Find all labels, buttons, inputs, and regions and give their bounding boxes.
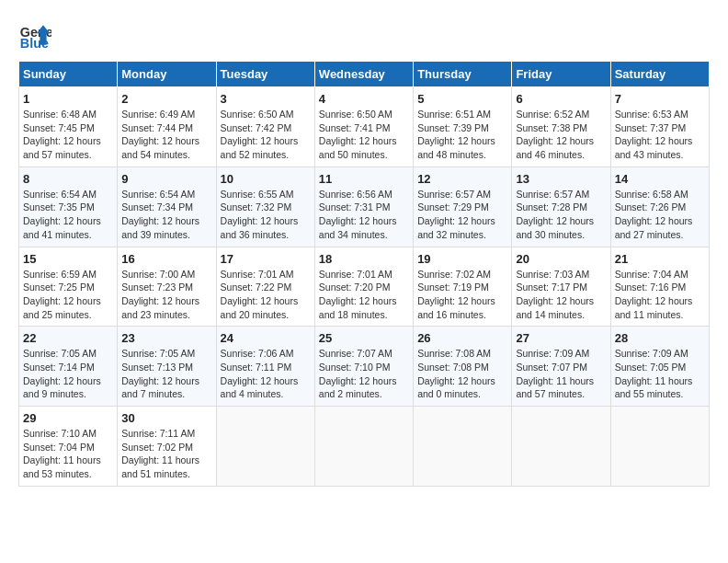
sunset: Sunset: 7:39 PM [417,121,507,135]
sunrise: Sunrise: 6:59 AM [23,268,113,282]
day-number: 21 [615,252,705,266]
sunset: Sunset: 7:34 PM [121,201,211,214]
sunrise: Sunrise: 7:01 AM [221,268,311,282]
weekday-header-sunday: Sunday [19,62,118,87]
day-number: 24 [221,331,311,345]
day-number: 19 [417,252,507,266]
calendar-cell: 5 Sunrise: 6:51 AM Sunset: 7:39 PM Dayli… [414,87,512,167]
daylight: Daylight: 12 hours and 34 minutes. [319,214,409,241]
calendar-cell: 18 Sunrise: 7:01 AM Sunset: 7:20 PM Dayl… [314,247,413,327]
sunrise: Sunrise: 6:50 AM [221,108,311,121]
calendar-cell: 2 Sunrise: 6:49 AM Sunset: 7:44 PM Dayli… [118,87,216,167]
sunrise: Sunrise: 7:05 AM [121,347,211,361]
daylight: Daylight: 12 hours and 30 minutes. [516,214,606,241]
calendar-cell [216,407,314,487]
daylight: Daylight: 12 hours and 7 minutes. [121,374,211,401]
sunrise: Sunrise: 7:09 AM [615,347,705,361]
day-info: Sunrise: 6:50 AM Sunset: 7:41 PM Dayligh… [319,108,409,162]
calendar-cell: 15 Sunrise: 6:59 AM Sunset: 7:25 PM Dayl… [19,247,118,327]
day-info: Sunrise: 7:05 AM Sunset: 7:14 PM Dayligh… [23,347,113,401]
day-info: Sunrise: 7:09 AM Sunset: 7:05 PM Dayligh… [615,347,705,401]
sunrise: Sunrise: 6:49 AM [121,108,211,121]
week-row-4: 22 Sunrise: 7:05 AM Sunset: 7:14 PM Dayl… [19,327,710,407]
calendar-cell: 21 Sunrise: 7:04 AM Sunset: 7:16 PM Dayl… [610,247,709,327]
weekday-header-saturday: Saturday [610,62,709,87]
calendar-cell: 11 Sunrise: 6:56 AM Sunset: 7:31 PM Dayl… [314,167,413,247]
calendar-cell: 13 Sunrise: 6:57 AM Sunset: 7:28 PM Dayl… [512,167,610,247]
sunrise: Sunrise: 6:48 AM [23,108,113,121]
calendar-cell: 17 Sunrise: 7:01 AM Sunset: 7:22 PM Dayl… [216,247,314,327]
day-info: Sunrise: 6:58 AM Sunset: 7:26 PM Dayligh… [615,188,705,242]
day-info: Sunrise: 6:57 AM Sunset: 7:28 PM Dayligh… [516,188,606,242]
sunset: Sunset: 7:19 PM [417,281,507,294]
daylight: Daylight: 11 hours and 55 minutes. [615,374,705,401]
daylight: Daylight: 12 hours and 52 minutes. [221,134,311,161]
logo: General Blue [18,18,57,52]
header: General Blue [18,18,710,52]
calendar-cell: 19 Sunrise: 7:02 AM Sunset: 7:19 PM Dayl… [414,247,512,327]
sunset: Sunset: 7:26 PM [615,201,705,214]
day-number: 16 [121,252,211,266]
sunrise: Sunrise: 7:02 AM [417,268,507,282]
calendar-cell: 4 Sunrise: 6:50 AM Sunset: 7:41 PM Dayli… [314,87,413,167]
calendar-cell: 29 Sunrise: 7:10 AM Sunset: 7:04 PM Dayl… [19,407,118,487]
day-number: 8 [23,172,113,186]
day-number: 4 [319,92,409,106]
sunrise: Sunrise: 6:57 AM [516,188,606,201]
daylight: Daylight: 12 hours and 46 minutes. [516,134,606,161]
sunrise: Sunrise: 6:51 AM [417,108,507,121]
day-info: Sunrise: 6:55 AM Sunset: 7:32 PM Dayligh… [221,188,311,242]
calendar-cell: 10 Sunrise: 6:55 AM Sunset: 7:32 PM Dayl… [216,167,314,247]
calendar-cell [314,407,413,487]
weekday-header-row: SundayMondayTuesdayWednesdayThursdayFrid… [19,62,710,87]
calendar-cell: 16 Sunrise: 7:00 AM Sunset: 7:23 PM Dayl… [118,247,216,327]
day-info: Sunrise: 7:01 AM Sunset: 7:22 PM Dayligh… [221,268,311,322]
daylight: Daylight: 12 hours and 2 minutes. [319,374,409,401]
day-number: 10 [221,172,311,186]
daylight: Daylight: 12 hours and 39 minutes. [121,214,211,241]
day-info: Sunrise: 6:54 AM Sunset: 7:34 PM Dayligh… [121,188,211,242]
calendar-cell: 14 Sunrise: 6:58 AM Sunset: 7:26 PM Dayl… [610,167,709,247]
day-info: Sunrise: 6:53 AM Sunset: 7:37 PM Dayligh… [615,108,705,162]
sunrise: Sunrise: 6:54 AM [121,188,211,201]
sunrise: Sunrise: 6:58 AM [615,188,705,201]
sunrise: Sunrise: 6:57 AM [417,188,507,201]
daylight: Daylight: 12 hours and 18 minutes. [319,294,409,321]
sunrise: Sunrise: 6:53 AM [615,108,705,121]
sunset: Sunset: 7:16 PM [615,281,705,294]
daylight: Daylight: 12 hours and 48 minutes. [417,134,507,161]
calendar: SundayMondayTuesdayWednesdayThursdayFrid… [18,61,710,487]
week-row-2: 8 Sunrise: 6:54 AM Sunset: 7:35 PM Dayli… [19,167,710,247]
weekday-header-monday: Monday [118,62,216,87]
calendar-cell: 9 Sunrise: 6:54 AM Sunset: 7:34 PM Dayli… [118,167,216,247]
sunset: Sunset: 7:05 PM [615,361,705,374]
sunrise: Sunrise: 7:09 AM [516,347,606,361]
day-number: 22 [23,331,113,345]
sunset: Sunset: 7:11 PM [221,361,311,374]
daylight: Daylight: 11 hours and 57 minutes. [516,374,606,401]
day-info: Sunrise: 7:03 AM Sunset: 7:17 PM Dayligh… [516,268,606,322]
calendar-cell: 22 Sunrise: 7:05 AM Sunset: 7:14 PM Dayl… [19,327,118,407]
sunrise: Sunrise: 7:07 AM [319,347,409,361]
sunrise: Sunrise: 7:11 AM [121,427,211,441]
day-info: Sunrise: 6:57 AM Sunset: 7:29 PM Dayligh… [417,188,507,242]
day-info: Sunrise: 6:50 AM Sunset: 7:42 PM Dayligh… [221,108,311,162]
day-number: 7 [615,92,705,106]
sunset: Sunset: 7:31 PM [319,201,409,214]
day-number: 20 [516,252,606,266]
sunrise: Sunrise: 7:05 AM [23,347,113,361]
daylight: Daylight: 12 hours and 11 minutes. [615,294,705,321]
sunset: Sunset: 7:13 PM [121,361,211,374]
day-number: 17 [221,252,311,266]
calendar-cell: 24 Sunrise: 7:06 AM Sunset: 7:11 PM Dayl… [216,327,314,407]
sunset: Sunset: 7:14 PM [23,361,113,374]
day-info: Sunrise: 7:08 AM Sunset: 7:08 PM Dayligh… [417,347,507,401]
sunset: Sunset: 7:20 PM [319,281,409,294]
weekday-header-wednesday: Wednesday [314,62,413,87]
sunset: Sunset: 7:32 PM [221,201,311,214]
sunrise: Sunrise: 7:08 AM [417,347,507,361]
sunrise: Sunrise: 7:03 AM [516,268,606,282]
calendar-cell: 20 Sunrise: 7:03 AM Sunset: 7:17 PM Dayl… [512,247,610,327]
sunset: Sunset: 7:28 PM [516,201,606,214]
sunrise: Sunrise: 6:52 AM [516,108,606,121]
